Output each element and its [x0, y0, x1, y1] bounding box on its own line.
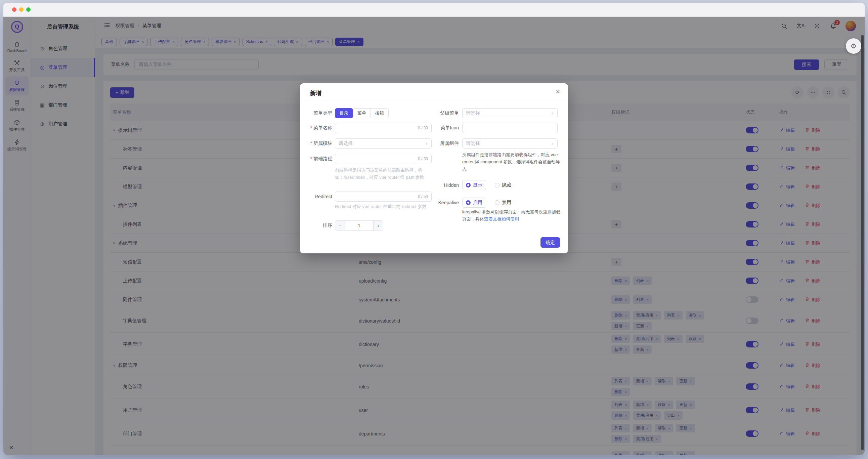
menu-icon-field[interactable]: [462, 123, 558, 133]
hidden-hide-radio[interactable]: 隐藏: [495, 180, 511, 190]
keepalive-on-radio[interactable]: 启用: [462, 197, 486, 208]
menu-icon-label: 菜单Icon: [429, 125, 459, 131]
chevron-down-icon: ∨: [551, 111, 554, 115]
minimize-traffic-light[interactable]: [19, 7, 24, 12]
redirect-label: Redirect: [310, 194, 332, 199]
sort-row: 排序 − 1 +: [310, 220, 432, 231]
menu-name-label: 菜单名称: [310, 125, 332, 131]
hidden-row: Hidden 显示 隐藏: [429, 180, 558, 190]
hidden-show-label: 显示: [473, 182, 483, 188]
keepalive-on-label: 启用: [473, 200, 483, 206]
keepalive-row: Keepalive 启用 禁用: [429, 197, 558, 208]
parent-menu-label: 父级菜单: [429, 110, 459, 116]
module-label: 所属模块: [310, 141, 332, 147]
close-traffic-light[interactable]: [12, 7, 17, 12]
stepper-plus-button[interactable]: +: [373, 220, 383, 231]
component-help: 所属组件是指前端路由需要加载得组件，对应 vue router 得 compon…: [462, 151, 560, 172]
add-menu-modal: 新增 × 菜单类型 目录 菜单 按钮 父级菜单 请选择∨ 菜单名称 0 / 30…: [300, 83, 568, 253]
keepalive-help: keepalive 参数可以缓存页面，而无需每次重新加载页面，具体查看文档如何使…: [462, 208, 562, 222]
redirect-row: Redirect 0 / 50: [310, 191, 432, 202]
settings-gear-icon[interactable]: ⚙: [846, 38, 861, 54]
path-row: 前端路径 0 / 30: [310, 154, 432, 164]
module-select[interactable]: 请选择∨: [335, 139, 432, 149]
parent-menu-placeholder: 请选择: [466, 110, 480, 116]
menu-type-label: 菜单类型: [310, 110, 332, 116]
keepalive-off-radio[interactable]: 禁用: [495, 197, 511, 208]
menu-name-row: 菜单名称 0 / 30: [310, 123, 432, 133]
zoom-traffic-light[interactable]: [26, 7, 31, 12]
component-row: 所属组件 请选择∨: [429, 139, 558, 149]
keepalive-off-label: 禁用: [502, 200, 511, 206]
app-window: Q DashBoard开发工具权限管理系统管理插件管理提示词管理 « 后台管理系…: [3, 3, 865, 455]
sort-stepper: − 1 +: [335, 220, 383, 231]
chevron-down-icon: ∨: [425, 142, 428, 145]
macos-titlebar: [3, 3, 865, 17]
redirect-help: Redirect 对应 vue router 的重定向 redirect 参数: [335, 203, 433, 210]
hidden-hide-label: 隐藏: [502, 182, 511, 188]
keepalive-doc-link[interactable]: 查看文档如何使用: [484, 216, 519, 221]
parent-menu-row: 父级菜单 请选择∨: [429, 108, 558, 118]
modal-title: 新增: [310, 89, 321, 97]
stepper-minus-button[interactable]: −: [335, 220, 345, 231]
confirm-button[interactable]: 确定: [540, 237, 560, 248]
module-row: 所属模块 请选择∨: [310, 139, 432, 149]
redirect-field[interactable]: 0 / 50: [335, 191, 432, 202]
component-select[interactable]: 请选择∨: [462, 139, 558, 149]
redirect-counter: 0 / 50: [418, 194, 428, 199]
menu-icon-row: 菜单Icon: [429, 123, 558, 133]
menu-type-row: 菜单类型 目录 菜单 按钮: [310, 108, 432, 118]
stepper-value[interactable]: 1: [345, 220, 373, 231]
keepalive-label: Keepalive: [429, 200, 459, 205]
path-field[interactable]: 0 / 30: [335, 154, 432, 164]
hidden-label: Hidden: [429, 182, 459, 188]
segment-menu[interactable]: 菜单: [353, 108, 371, 118]
module-placeholder: 请选择: [339, 141, 353, 147]
menu-type-segment: 目录 菜单 按钮: [335, 108, 389, 118]
path-label: 前端路径: [310, 156, 332, 162]
path-counter: 0 / 30: [418, 157, 428, 161]
component-label: 所属组件: [429, 141, 459, 147]
parent-menu-select[interactable]: 请选择∨: [462, 108, 558, 118]
menu-name-field[interactable]: 0 / 30: [335, 123, 432, 133]
close-icon[interactable]: ×: [556, 87, 560, 96]
segment-button[interactable]: 按钮: [371, 108, 389, 118]
component-placeholder: 请选择: [466, 141, 480, 147]
hidden-show-radio[interactable]: 显示: [462, 180, 486, 190]
chevron-down-icon: ∨: [551, 142, 554, 145]
path-help: 前端路径是指访问该菜单的前端路由路径，例如：/user/index，对应 vue…: [335, 167, 433, 181]
sort-label: 排序: [310, 222, 332, 228]
menu-name-counter: 0 / 30: [418, 126, 428, 130]
segment-directory[interactable]: 目录: [335, 108, 353, 118]
